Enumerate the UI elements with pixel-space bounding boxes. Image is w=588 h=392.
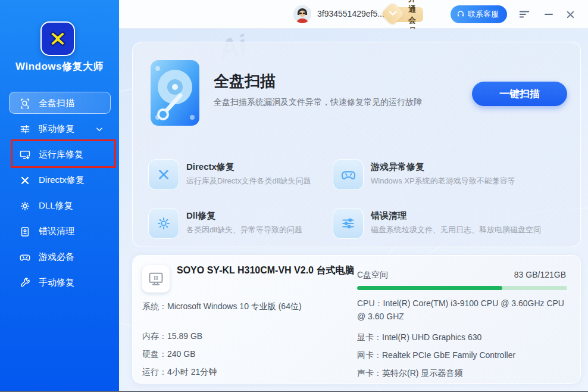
sidebar-item-label: 驱动修复 bbox=[39, 123, 74, 135]
app-window: Windows修复大师 全盘扫描 bbox=[0, 0, 588, 392]
contact-support-label: 联系客服 bbox=[468, 9, 499, 20]
crossed-tools-icon bbox=[19, 175, 31, 186]
sidebar-item-label: 错误清理 bbox=[39, 226, 74, 237]
one-click-scan-button[interactable]: 一键扫描 bbox=[472, 82, 567, 106]
gamepad-icon bbox=[19, 251, 31, 263]
spec-audio: 声卡：英特尔(R) 显示器音频 bbox=[357, 367, 569, 380]
feature-desc: 运行库及Directx文件各类dll缺失问题 bbox=[186, 176, 311, 186]
spec-os: 系统：Microsoft Windows 10 专业版 (64位) bbox=[142, 301, 302, 312]
feature-title: 游戏异常修复 bbox=[371, 161, 424, 173]
feature-dll-repair[interactable]: Dll修复 各类因dll缺失、异常等导致的问题 bbox=[148, 208, 345, 241]
computer-model-name: SOYO SY-KL H310CM-VH V2.0 台式电脑 bbox=[177, 264, 355, 277]
hero-subtitle: 全盘扫描系统漏洞及文件异常，快速修复常见的运行故障 bbox=[214, 97, 422, 108]
spec-gpu: 显卡：Intel(R) UHD Graphics 630 bbox=[357, 331, 569, 344]
sliders-icon bbox=[19, 123, 31, 135]
feature-desc: 各类因dll缺失、异常等导致的问题 bbox=[186, 225, 302, 235]
main-content: Ai bbox=[119, 29, 588, 392]
user-id-text: 3f934551429ef5... bbox=[317, 9, 384, 18]
feature-error-clean[interactable]: 错误清理 磁盘系统垃圾文件、无用日志、释放电脑磁盘空间 bbox=[333, 208, 529, 241]
gear-icon bbox=[19, 200, 31, 212]
titlebar: 3f934551429ef5... 开通会员 联系客服 bbox=[119, 0, 588, 29]
headset-icon bbox=[456, 10, 465, 18]
vip-check-icon bbox=[388, 8, 398, 18]
crossed-tools-icon bbox=[148, 159, 179, 190]
wrench-icon bbox=[19, 277, 31, 289]
spec-uptime: 运行：4小时 21分钟 bbox=[142, 367, 217, 378]
gamepad-icon bbox=[333, 159, 364, 190]
app-logo-icon bbox=[40, 21, 75, 56]
c-drive-label: C盘空间 bbox=[357, 270, 388, 281]
window-close-button[interactable] bbox=[563, 7, 577, 21]
c-drive-progress-bar bbox=[357, 286, 567, 290]
scan-panel: 全盘扫描 全盘扫描系统漏洞及文件异常，快速修复常见的运行故障 一键扫描 Dire… bbox=[132, 42, 581, 247]
c-drive-value: 83 GB/121GB bbox=[514, 270, 566, 279]
feature-game-repair[interactable]: 游戏异常修复 Windows XP系统的老游戏导致不能兼容等 bbox=[333, 159, 529, 192]
sidebar-item-manual-repair[interactable]: 手动修复 bbox=[0, 270, 119, 295]
feature-title: Dll修复 bbox=[186, 210, 215, 222]
monitor-download-icon bbox=[19, 149, 31, 161]
sidebar-item-directx-repair[interactable]: Directx修复 bbox=[0, 167, 119, 193]
sidebar-item-label: 运行库修复 bbox=[39, 149, 83, 160]
chevron-down-icon bbox=[95, 125, 104, 133]
sidebar-item-label: 全盘扫描 bbox=[39, 98, 74, 109]
sidebar-item-label: DLL修复 bbox=[39, 200, 73, 211]
feature-desc: Windows XP系统的老游戏导致不能兼容等 bbox=[371, 176, 515, 186]
spec-disk: 硬盘：240 GB bbox=[142, 349, 195, 360]
spec-memory: 内存：15.89 GB bbox=[142, 331, 202, 342]
sidebar-item-label: 游戏必备 bbox=[39, 251, 74, 263]
feature-title: Directx修复 bbox=[186, 161, 234, 173]
id-card-icon bbox=[19, 226, 31, 238]
sidebar-item-full-scan[interactable]: 全盘扫描 bbox=[0, 91, 119, 116]
disk-scan-icon bbox=[149, 59, 201, 129]
feature-directx-repair[interactable]: Directx修复 运行库及Directx文件各类dll缺失问题 bbox=[148, 159, 345, 192]
scan-search-icon bbox=[19, 98, 31, 110]
sliders-icon bbox=[333, 208, 364, 239]
sidebar-item-error-clean[interactable]: 错误清理 bbox=[0, 219, 119, 244]
sidebar-item-dll-repair[interactable]: DLL修复 bbox=[0, 193, 119, 219]
gear-icon bbox=[148, 208, 179, 239]
contact-support-button[interactable]: 联系客服 bbox=[451, 5, 507, 23]
sidebar-item-label: 手动修复 bbox=[39, 277, 74, 288]
feature-title: 错误清理 bbox=[371, 210, 406, 222]
sidebar-menu: 全盘扫描 驱动修复 bbox=[0, 91, 119, 295]
spec-network: 网卡：Realtek PCIe GbE Family Controller bbox=[357, 349, 569, 362]
sidebar-item-driver-repair[interactable]: 驱动修复 bbox=[0, 116, 119, 142]
spec-cpu: CPU：Intel(R) Core(TM) i3-9100 CPU @ 3.60… bbox=[357, 297, 569, 323]
feature-desc: 磁盘系统垃圾文件、无用日志、释放电脑磁盘空间 bbox=[371, 225, 541, 235]
app-title: Windows修复大师 bbox=[0, 60, 119, 73]
sidebar-item-game-essentials[interactable]: 游戏必备 bbox=[0, 244, 119, 270]
c-drive-progress-fill bbox=[357, 286, 502, 290]
user-avatar[interactable] bbox=[293, 5, 311, 23]
system-info-panel: SOYO SY-KL H310CM-VH V2.0 台式电脑 C盘空间 83 G… bbox=[132, 255, 581, 384]
window-menu-button[interactable] bbox=[517, 7, 531, 21]
sidebar-item-label: Directx修复 bbox=[39, 175, 85, 186]
sidebar: Windows修复大师 全盘扫描 bbox=[0, 0, 119, 392]
sidebar-item-runtime-repair[interactable]: 运行库修复 bbox=[0, 142, 119, 167]
hero-title: 全盘扫描 bbox=[214, 71, 276, 92]
window-minimize-button[interactable] bbox=[542, 7, 556, 21]
desktop-pc-icon bbox=[142, 265, 170, 293]
